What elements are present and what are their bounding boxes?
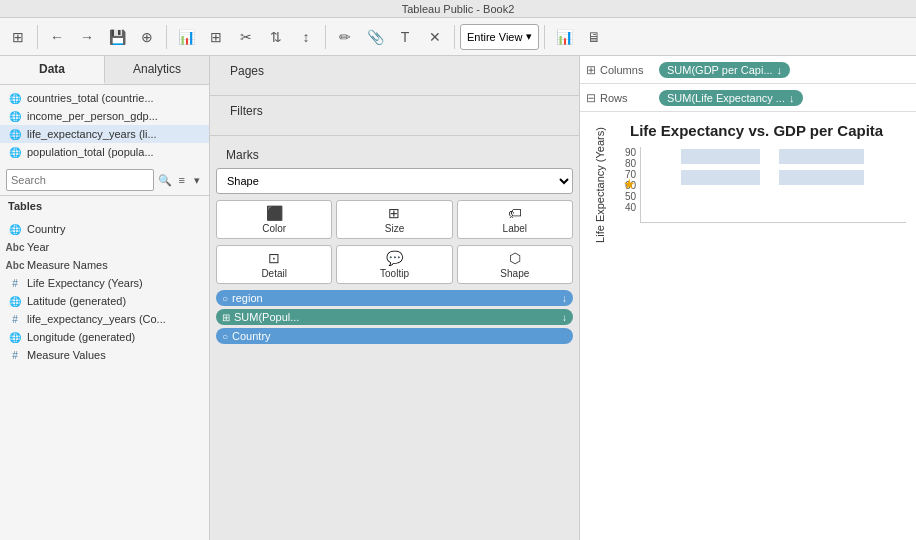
- data-tab[interactable]: Data: [0, 56, 105, 84]
- tooltip-button[interactable]: 💬 Tooltip: [336, 245, 452, 284]
- tables-label: Tables: [0, 196, 209, 216]
- sort-toggle-button[interactable]: ▾: [192, 170, 204, 190]
- sort-asc-button[interactable]: ⇅: [262, 23, 290, 51]
- view-toggle-button[interactable]: ≡: [176, 170, 188, 190]
- chevron-down-icon: ▾: [526, 30, 532, 43]
- globe-icon: 🌐: [8, 294, 22, 308]
- chart-plot: ★: [640, 147, 906, 223]
- circle-icon: ○: [222, 293, 228, 304]
- separator-1: [37, 25, 38, 49]
- chart-area: Life Expectancy vs. GDP per Capita Life …: [580, 112, 916, 540]
- right-panel: ⊞ Columns SUM(GDP per Capi... ↓ ⊟ Rows S…: [580, 56, 916, 540]
- shape-button[interactable]: ⬡ Shape: [457, 245, 573, 284]
- marks-buttons: ⬛ Color ⊞ Size 🏷 Label: [216, 200, 573, 239]
- view-dropdown[interactable]: Entire View ▾: [460, 24, 539, 50]
- view-dropdown-label: Entire View: [467, 31, 522, 43]
- globe-icon: 🌐: [8, 330, 22, 344]
- marks-buttons-2: ⊡ Detail 💬 Tooltip ⬡ Shape: [216, 245, 573, 284]
- field-life-expectancy-co[interactable]: # life_expectancy_years (Co...: [0, 310, 209, 328]
- color-button[interactable]: ⬛ Color: [216, 200, 332, 239]
- field-longitude[interactable]: 🌐 Longitude (generated): [0, 328, 209, 346]
- separator-3: [325, 25, 326, 49]
- chart-block-1: [681, 149, 761, 163]
- globe-icon: 🌐: [8, 222, 22, 236]
- left-panel: Data Analytics 🌐 countries_total (countr…: [0, 56, 210, 540]
- annotate-button[interactable]: ✏: [331, 23, 359, 51]
- chart-type-button[interactable]: 📊: [550, 23, 578, 51]
- search-button[interactable]: 🔍: [158, 170, 172, 190]
- arrow-icon: ↓: [562, 293, 567, 304]
- save-button[interactable]: 💾: [103, 23, 131, 51]
- rows-pill[interactable]: SUM(Life Expectancy ... ↓: [659, 90, 803, 106]
- datasource-4[interactable]: 🌐 population_total (popula...: [0, 143, 209, 161]
- present-button[interactable]: 🖥: [580, 23, 608, 51]
- chart-block-3: [681, 170, 761, 184]
- field-measure-names[interactable]: Abc Measure Names: [0, 256, 209, 274]
- field-country[interactable]: 🌐 Country: [0, 220, 209, 238]
- filters-section: Filters: [210, 96, 579, 136]
- rows-shelf-label: Rows: [600, 92, 655, 104]
- pill-icon: ↓: [789, 92, 795, 104]
- y-value-80: 80: [625, 158, 636, 169]
- text-button[interactable]: T: [391, 23, 419, 51]
- datasource-3[interactable]: 🌐 life_expectancy_years (li...: [0, 125, 209, 143]
- columns-pill[interactable]: SUM(GDP per Capi... ↓: [659, 62, 790, 78]
- attach-button[interactable]: 📎: [361, 23, 389, 51]
- field-year[interactable]: Abc Year: [0, 238, 209, 256]
- field-latitude[interactable]: 🌐 Latitude (generated): [0, 292, 209, 310]
- pages-label: Pages: [220, 58, 569, 84]
- arrow-icon: ↓: [562, 312, 567, 323]
- hash-icon: #: [8, 276, 22, 290]
- pill-icon: ↓: [777, 64, 783, 76]
- marks-pills: ○ region ↓ ⊞ SUM(Popul... ↓ ○ Country: [216, 290, 573, 344]
- rows-icon: ⊟: [586, 91, 596, 105]
- datasource-2[interactable]: 🌐 income_per_person_gdp...: [0, 107, 209, 125]
- data-source-button[interactable]: 📊: [172, 23, 200, 51]
- label-button[interactable]: 🏷 Label: [457, 200, 573, 239]
- detail-button[interactable]: ⊡ Detail: [216, 245, 332, 284]
- hash-icon: #: [8, 312, 22, 326]
- field-life-expectancy[interactable]: # Life Expectancy (Years): [0, 274, 209, 292]
- marks-type-dropdown[interactable]: Shape: [216, 168, 573, 194]
- title-text: Tableau Public - Book2: [402, 3, 515, 15]
- search-container: 🔍 ≡ ▾: [0, 165, 209, 196]
- globe-icon: 🌐: [8, 127, 22, 141]
- clear-button[interactable]: ✕: [421, 23, 449, 51]
- swap-button[interactable]: ⊞: [202, 23, 230, 51]
- group-button[interactable]: ✂: [232, 23, 260, 51]
- field-measure-values[interactable]: # Measure Values: [0, 346, 209, 364]
- country-pill[interactable]: ○ Country: [216, 328, 573, 344]
- separator-4: [454, 25, 455, 49]
- separator-2: [166, 25, 167, 49]
- fields-section: 🌐 Country Abc Year Abc Measure Names # L…: [0, 216, 209, 368]
- y-value-50: 50: [625, 191, 636, 202]
- y-value-40: 40: [625, 202, 636, 213]
- forward-button[interactable]: →: [73, 23, 101, 51]
- search-input[interactable]: [6, 169, 154, 191]
- sort-desc-button[interactable]: ↕: [292, 23, 320, 51]
- y-axis-label: Life Expectancy (Years): [594, 125, 606, 245]
- grid-icon[interactable]: ⊞: [4, 23, 32, 51]
- separator-5: [544, 25, 545, 49]
- pages-section: Pages: [210, 56, 579, 96]
- columns-shelf-label: Columns: [600, 64, 655, 76]
- middle-panel: Pages Filters Marks Shape ⬛ Color ⊞ Size: [210, 56, 580, 540]
- chart-block-2: [779, 149, 864, 163]
- population-pill[interactable]: ⊞ SUM(Popul... ↓: [216, 309, 573, 325]
- datasource-1[interactable]: 🌐 countries_total (countrie...: [0, 89, 209, 107]
- data-sources-section: 🌐 countries_total (countrie... 🌐 income_…: [0, 85, 209, 165]
- hash-icon: #: [8, 348, 22, 362]
- size-button[interactable]: ⊞ Size: [336, 200, 452, 239]
- columns-icon: ⊞: [586, 63, 596, 77]
- globe-icon: 🌐: [8, 145, 22, 159]
- analytics-tab[interactable]: Analytics: [105, 56, 209, 84]
- rows-row: ⊟ Rows SUM(Life Expectancy ... ↓: [580, 84, 916, 112]
- shape-icon: ⬡: [509, 250, 521, 266]
- y-value-90: 90: [625, 147, 636, 158]
- color-icon: ⬛: [266, 205, 283, 221]
- new-button[interactable]: ⊕: [133, 23, 161, 51]
- back-button[interactable]: ←: [43, 23, 71, 51]
- globe-icon: 🌐: [8, 91, 22, 105]
- region-pill[interactable]: ○ region ↓: [216, 290, 573, 306]
- chart-title: Life Expectancy vs. GDP per Capita: [600, 122, 906, 139]
